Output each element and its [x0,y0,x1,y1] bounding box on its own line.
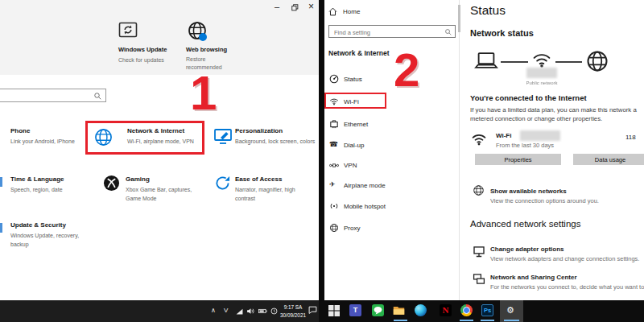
tray-network-signal-icon[interactable] [236,308,243,315]
sidebar-item-home[interactable]: Home [343,8,360,15]
web-browsing-badge [199,33,207,41]
start-button-windows-icon[interactable] [328,305,340,316]
category-ease-of-access[interactable]: Ease of Access [235,175,282,183]
clock-icon [0,177,2,187]
search-icon [93,92,101,100]
tray-chevron-up-icon[interactable]: ∧ [211,307,216,314]
category-phone-subtitle: Link your Android, iPhone [10,138,75,147]
scrollbar-thumb[interactable] [458,5,460,32]
minimize-button[interactable]: – [275,2,279,11]
restore-button[interactable] [291,4,299,11]
change-adapter-icon [473,246,485,258]
edge-browser-icon[interactable] [415,304,427,316]
dialup-icon: ☎ [329,140,338,148]
ethernet-icon [329,119,339,129]
photoshop-app-icon[interactable]: Ps [481,304,493,316]
tray-speaker-icon[interactable] [246,308,255,315]
status-icon [329,74,339,84]
personalization-icon [213,128,233,144]
sidebar-item-proxy[interactable]: Proxy [344,225,360,232]
network-sharing-center-subtitle: For the networks you connect to, decide … [490,283,644,292]
wifi-icon [470,131,488,147]
internet-globe-icon [585,49,609,73]
sharing-center-icon [473,273,485,285]
settings-home-header: – × Windows Update Check for updates Web… [0,0,319,75]
hotspot-icon [329,201,339,211]
category-time-language-subtitle: Speech, region, date [10,186,63,195]
show-available-networks-subtitle: View the connection options around you. [490,197,599,206]
panel-divider [319,0,324,300]
wifi-period-label: From the last 30 days [496,142,554,151]
tray-battery-icon[interactable] [258,308,267,314]
network-status-heading: Network status [470,28,534,38]
airplane-icon: ✈ [329,180,336,188]
sidebar-item-airplane-mode[interactable]: Airplane mode [344,182,386,189]
windows-update-icon [118,22,138,38]
sidebar-item-vpn[interactable]: VPN [344,162,357,169]
close-button[interactable]: × [308,1,314,12]
sidebar-item-mobile-hotspot[interactable]: Mobile hotspot [344,203,386,210]
proxy-icon [329,223,339,233]
clock-time: 9:17 SA [279,303,308,312]
show-available-networks-link[interactable]: Show available networks [490,188,567,195]
sidebar-item-status[interactable]: Status [344,76,362,83]
change-adapter-options-subtitle: View network adapters and change connect… [490,255,639,264]
annotation-box-step-2 [324,93,386,109]
connected-heading: You're connected to the Internet [470,93,587,102]
category-update-security[interactable]: Update & Security [10,221,66,229]
shield-icon [0,223,2,233]
taskbar-clock[interactable]: 9:17 SA 30/09/2021 [279,303,308,320]
clock-date: 30/09/2021 [279,312,308,320]
connected-body: If you have a limited data plan, you can… [470,105,644,124]
settings-search-input[interactable] [0,90,89,102]
annotation-box-step-1 [85,121,204,155]
category-personalization-subtitle: Background, lock screen, colors [235,138,315,147]
page-title: Status [470,3,506,18]
sidebar-section-header: Network & Internet [328,49,390,57]
settings-home-window: – × Windows Update Check for updates Web… [0,0,319,300]
tray-v-app-icon[interactable]: V [224,307,228,314]
chat-app-icon[interactable] [372,304,384,316]
sidebar-item-ethernet[interactable]: Ethernet [344,121,368,128]
browser-app-icon[interactable] [460,304,473,316]
wifi-connection-label: Wi-Fi [496,132,511,139]
category-update-security-subtitle: Windows Update, recovery, backup [10,232,83,249]
category-ease-of-access-subtitle: Narrator, magnifier, high contrast [235,186,309,203]
category-time-language[interactable]: Time & Language [10,175,64,183]
quick-action-windows-update[interactable]: Windows Update [118,46,167,53]
ease-of-access-icon [215,175,230,191]
change-adapter-options-link[interactable]: Change adapter options [490,246,564,253]
file-explorer-icon[interactable] [393,304,405,316]
running-app-indicator [481,320,494,321]
find-setting-input[interactable] [332,27,444,38]
netflix-app-icon[interactable]: N [440,304,452,316]
category-phone[interactable]: Phone [10,127,30,134]
settings-search-box[interactable] [0,89,106,102]
quick-action-web-browsing[interactable]: Web browsing [186,46,227,53]
action-center-icon[interactable] [308,306,317,314]
data-usage-button[interactable]: Data usage [573,154,644,165]
wifi-name-redacted [520,130,560,141]
chat-bubble-icon [373,305,383,316]
network-caption: Public network [520,80,564,85]
sidebar-content-divider [459,0,460,300]
running-app-indicator [394,320,407,321]
data-usage-value: 118 [625,134,636,141]
settings-gear-icon[interactable]: ⚙ [506,305,514,316]
network-sharing-center-link[interactable]: Network and Sharing Center [490,274,577,281]
sidebar-item-dialup[interactable]: Dial-up [344,142,364,149]
tray-sync-icon[interactable] [270,308,278,315]
annotation-number-2: 2 [394,47,419,93]
category-personalization[interactable]: Personalization [235,127,283,134]
annotation-number-1: 1 [190,69,217,118]
properties-button[interactable]: Properties [475,154,561,165]
category-gaming[interactable]: Gaming [126,175,150,183]
quick-action-windows-update-subtitle: Check for updates [118,56,164,64]
teams-app-icon[interactable]: T [349,304,361,316]
vpn-icon [329,162,339,169]
diagram-line [555,61,582,63]
xbox-icon [103,175,120,192]
advanced-settings-heading: Advanced network settings [470,219,580,229]
find-setting-search-box[interactable] [328,25,456,38]
laptop-icon [474,51,498,71]
